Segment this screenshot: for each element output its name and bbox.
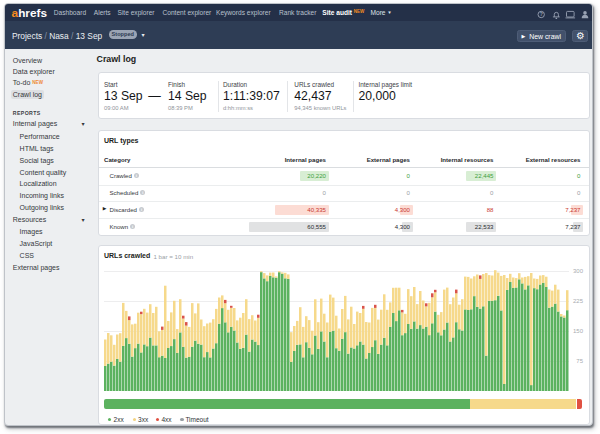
svg-text:?: ? — [540, 11, 543, 17]
